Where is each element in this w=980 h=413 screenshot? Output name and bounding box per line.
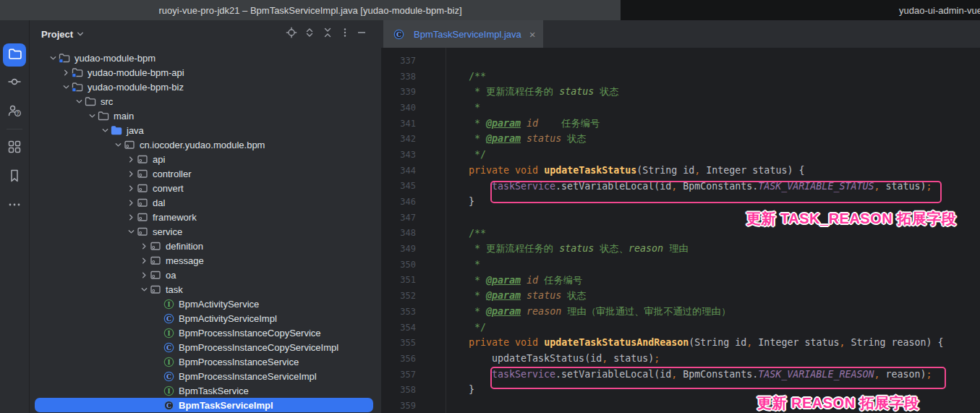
tree-item-bpmtaskservice[interactable]: IBpmTaskService <box>30 383 381 398</box>
stripe-button-pull-requests[interactable]: ? <box>3 101 26 124</box>
code-line-359[interactable]: 359 <box>381 398 980 413</box>
line-number[interactable]: 341 <box>381 119 416 129</box>
code-line-343[interactable]: 343 */ <box>381 147 980 163</box>
line-number[interactable]: 356 <box>381 354 416 364</box>
tree-item-dal[interactable]: dal <box>30 195 381 210</box>
line-number[interactable]: 346 <box>381 197 416 207</box>
code-line-340[interactable]: 340 * <box>381 100 980 116</box>
chevron-down-icon[interactable] <box>86 110 98 122</box>
chevron-down-icon[interactable] <box>138 284 150 295</box>
chevron-down-icon[interactable] <box>73 95 85 107</box>
tree-item-yudao-module-bpm[interactable]: yudao-module-bpm <box>30 51 381 65</box>
line-number[interactable]: 353 <box>381 307 416 317</box>
chevron-right-icon[interactable] <box>125 168 137 179</box>
line-number[interactable]: 342 <box>381 134 416 144</box>
stripe-button-structure[interactable] <box>3 137 26 160</box>
tree-item-bpmprocessinstancecopyservice[interactable]: IBpmProcessInstanceCopyService <box>30 325 381 340</box>
project-panel-title[interactable]: Project <box>41 29 84 40</box>
chevron-right-icon[interactable] <box>138 240 150 252</box>
line-number[interactable]: 337 <box>381 56 416 66</box>
tree-item-task[interactable]: task <box>30 282 381 297</box>
tree-item-yudao-module-bpm-api[interactable]: yudao-module-bpm-api <box>30 65 381 80</box>
code-line-353[interactable]: 353 * @param reason 理由（审批通过、审批不通过的理由） <box>381 304 980 320</box>
code-line-357[interactable]: 357 taskService.setVariableLocal(id, Bpm… <box>381 367 980 383</box>
line-number[interactable]: 352 <box>381 291 416 301</box>
tree-item-controller[interactable]: controller <box>30 166 381 181</box>
chevron-right-icon[interactable] <box>125 197 137 208</box>
line-number[interactable]: 354 <box>381 323 416 333</box>
code-line-338[interactable]: 338 /** <box>381 69 980 85</box>
code-line-344[interactable]: 344 private void updateTaskStatus(String… <box>381 163 980 179</box>
code-line-350[interactable]: 350 * <box>381 257 980 273</box>
code-line-355[interactable]: 355 private void updateTaskStatusAndReas… <box>381 335 980 351</box>
line-number[interactable]: 359 <box>381 401 416 411</box>
line-number[interactable]: 338 <box>381 72 416 82</box>
stripe-button-commit[interactable] <box>3 72 26 95</box>
code-line-342[interactable]: 342 * @param status 状态 <box>381 131 980 147</box>
code-line-339[interactable]: 339 * 更新流程任务的 status 状态 <box>381 84 980 100</box>
tree-item-bpmactivityservice[interactable]: IBpmActivityService <box>30 297 381 311</box>
expand-all-button[interactable] <box>304 28 315 40</box>
chevron-right-icon[interactable] <box>60 67 72 78</box>
tree-item-convert[interactable]: convert <box>30 181 381 195</box>
chevron-right-icon[interactable] <box>125 153 137 165</box>
line-number[interactable]: 355 <box>381 338 416 348</box>
line-number[interactable]: 339 <box>381 87 416 97</box>
tree-item-service[interactable]: service <box>30 224 381 239</box>
chevron-down-icon[interactable] <box>125 226 137 237</box>
code-line-347[interactable]: 347 <box>381 210 980 226</box>
code-line-351[interactable]: 351 * @param id 任务编号 <box>381 273 980 289</box>
tab-BpmTaskServiceImpl[interactable]: C BpmTaskServiceImpl.java × <box>383 20 543 48</box>
select-opened-file-button[interactable] <box>286 28 297 40</box>
chevron-down-icon[interactable] <box>60 81 72 93</box>
chevron-down-icon[interactable] <box>47 52 59 64</box>
stripe-button-more-tool-windows[interactable] <box>3 195 26 218</box>
tree-item-definition[interactable]: definition <box>30 239 381 253</box>
chevron-right-icon[interactable] <box>138 255 150 266</box>
line-number[interactable]: 348 <box>381 228 416 238</box>
code-line-356[interactable]: 356 updateTaskStatus(id, status); <box>381 351 980 367</box>
tree-item-bpmprocessinstancecopyserviceimpl[interactable]: CBpmProcessInstanceCopyServiceImpl <box>30 340 381 354</box>
line-number[interactable]: 357 <box>381 370 416 380</box>
tree-item-bpmprocessinstanceserviceimpl[interactable]: CBpmProcessInstanceServiceImpl <box>30 369 381 383</box>
tree-item-bpmprocessinstanceservice[interactable]: IBpmProcessInstanceService <box>30 354 381 369</box>
stripe-button-project[interactable] <box>3 43 26 67</box>
tree-item-message[interactable]: message <box>30 253 381 268</box>
chevron-down-icon[interactable] <box>99 124 111 136</box>
code-line-354[interactable]: 354 */ <box>381 320 980 336</box>
tree-item-cn-iocoder-yudao-module-bpm[interactable]: cn.iocoder.yudao.module.bpm <box>30 137 381 152</box>
chevron-right-icon[interactable] <box>125 211 137 223</box>
line-number[interactable]: 349 <box>381 244 416 254</box>
code-line-345[interactable]: 345 taskService.setVariableLocal(id, Bpm… <box>381 179 980 195</box>
tree-item-src[interactable]: src <box>30 94 381 108</box>
line-number[interactable]: 343 <box>381 150 416 160</box>
code-line-348[interactable]: 348 /** <box>381 226 980 242</box>
hide-panel-button[interactable] <box>356 28 367 40</box>
collapse-all-button[interactable] <box>322 28 333 40</box>
line-number[interactable]: 350 <box>381 260 416 270</box>
background-window-titlebar[interactable]: yudao-ui-admin-vue <box>621 0 980 20</box>
chevron-right-icon[interactable] <box>138 269 150 281</box>
line-number[interactable]: 351 <box>381 275 416 285</box>
tree-item-yudao-module-bpm-biz[interactable]: yudao-module-bpm-biz <box>30 80 381 94</box>
tree-item-oa[interactable]: oa <box>30 268 381 282</box>
tree-item-bpmactivityserviceimpl[interactable]: CBpmActivityServiceImpl <box>30 311 381 325</box>
tree-item-bpmtaskserviceimpl[interactable]: CBpmTaskServiceImpl <box>30 398 381 412</box>
line-number[interactable]: 345 <box>381 181 416 191</box>
code-area[interactable]: 337338 /**339 * 更新流程任务的 status 状态340 *34… <box>381 48 980 413</box>
code-line-358[interactable]: 358 } <box>381 382 980 398</box>
code-line-352[interactable]: 352 * @param status 状态 <box>381 288 980 304</box>
stripe-button-bookmarks[interactable] <box>3 166 26 189</box>
tree-item-framework[interactable]: framework <box>30 210 381 224</box>
code-line-341[interactable]: 341 * @param id 任务编号 <box>381 116 980 132</box>
code-line-346[interactable]: 346 } <box>381 194 980 210</box>
tree-item-api[interactable]: api <box>30 152 381 166</box>
line-number[interactable]: 358 <box>381 385 416 395</box>
close-icon[interactable]: × <box>529 29 536 40</box>
tree-item-main[interactable]: main <box>30 108 381 123</box>
chevron-right-icon[interactable] <box>125 182 137 194</box>
code-line-349[interactable]: 349 * 更新流程任务的 status 状态、reason 理由 <box>381 241 980 257</box>
chevron-down-icon[interactable] <box>112 139 124 150</box>
tree-item-java[interactable]: java <box>30 123 381 137</box>
code-line-337[interactable]: 337 <box>381 53 980 69</box>
